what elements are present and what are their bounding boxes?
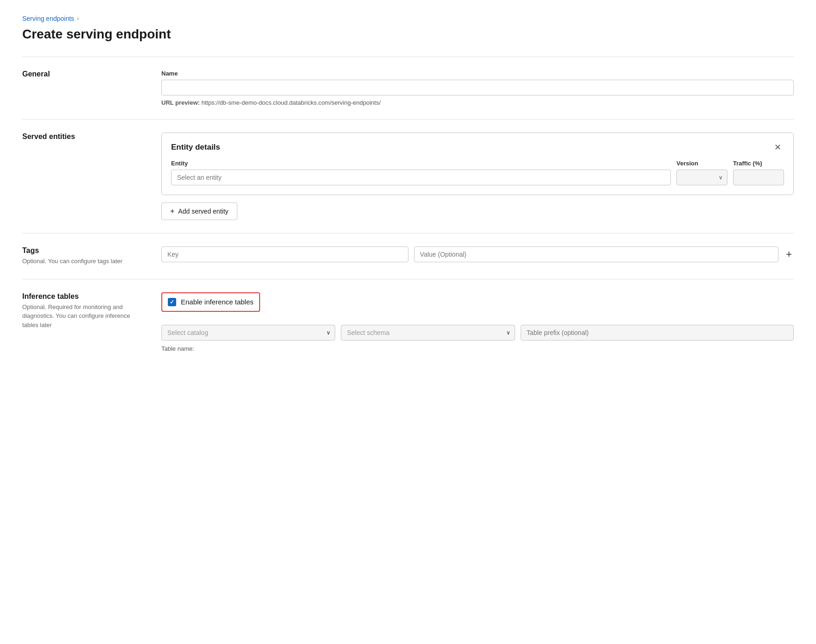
name-label: Name bbox=[161, 70, 794, 77]
tag-add-button[interactable]: + bbox=[784, 249, 794, 259]
url-preview-label: URL preview: bbox=[161, 99, 200, 106]
schema-select-wrapper: Select schema ∨ bbox=[341, 325, 515, 341]
table-name-label: Table name: bbox=[161, 345, 794, 352]
tags-section: Tags Optional. You can configure tags la… bbox=[22, 233, 794, 279]
tag-value-input[interactable] bbox=[414, 246, 778, 262]
entity-field-traffic: Traffic (%) 100 bbox=[733, 160, 784, 185]
entity-select-input[interactable] bbox=[171, 170, 671, 185]
served-entities-label: Served entities bbox=[22, 133, 143, 220]
inference-tables-section: Inference tables Optional. Required for … bbox=[22, 279, 794, 365]
name-input[interactable] bbox=[161, 80, 794, 95]
add-entity-icon: + bbox=[170, 207, 174, 215]
enable-inference-label: Enable inference tables bbox=[181, 298, 254, 306]
tag-key-input[interactable] bbox=[161, 246, 408, 262]
close-entity-button[interactable]: ✕ bbox=[771, 142, 784, 152]
general-section: General Name URL preview: https://db-sme… bbox=[22, 57, 794, 119]
add-entity-button[interactable]: + Add served entity bbox=[161, 202, 237, 220]
inference-tables-content: Enable inference tables Select catalog ∨… bbox=[161, 292, 794, 352]
traffic-input[interactable]: 100 bbox=[733, 170, 784, 185]
inference-dropdowns: Select catalog ∨ Select schema ∨ bbox=[161, 325, 794, 341]
breadcrumb-separator: › bbox=[77, 15, 79, 22]
tags-content: + bbox=[161, 246, 794, 266]
tags-label: Tags Optional. You can configure tags la… bbox=[22, 246, 143, 266]
general-content: Name URL preview: https://db-sme-demo-do… bbox=[161, 70, 794, 106]
served-entities-section: Served entities Entity details ✕ Entity … bbox=[22, 119, 794, 233]
prefix-input[interactable] bbox=[521, 325, 794, 341]
catalog-select-wrapper: Select catalog ∨ bbox=[161, 325, 335, 341]
entity-details-title: Entity details bbox=[171, 143, 220, 152]
served-entities-title: Served entities bbox=[22, 133, 143, 141]
entity-details-card: Entity details ✕ Entity Version bbox=[161, 133, 794, 195]
entity-fields: Entity Version Traffic (%) 100 bbox=[171, 160, 784, 185]
inference-tables-label: Inference tables Optional. Required for … bbox=[22, 292, 143, 352]
schema-select[interactable]: Select schema bbox=[341, 325, 515, 341]
tags-title: Tags bbox=[22, 246, 143, 255]
tags-sub: Optional. You can configure tags later bbox=[22, 257, 143, 266]
inference-tables-title: Inference tables bbox=[22, 292, 143, 301]
enable-inference-row[interactable]: Enable inference tables bbox=[161, 292, 260, 312]
version-label: Version bbox=[676, 160, 727, 167]
page-title: Create serving endpoint bbox=[22, 27, 794, 42]
url-preview: URL preview: https://db-sme-demo-docs.cl… bbox=[161, 99, 794, 106]
general-title: General bbox=[22, 70, 143, 78]
served-entities-content: Entity details ✕ Entity Version bbox=[161, 133, 794, 220]
breadcrumb: Serving endpoints › bbox=[22, 15, 794, 22]
version-select-wrapper bbox=[676, 170, 727, 185]
breadcrumb-link[interactable]: Serving endpoints bbox=[22, 15, 74, 22]
general-label: General bbox=[22, 70, 143, 106]
url-preview-value: https://db-sme-demo-docs.cloud.databrick… bbox=[201, 99, 381, 106]
entity-field-version: Version bbox=[676, 160, 727, 185]
tags-row: + bbox=[161, 246, 794, 262]
entity-field-main: Entity bbox=[171, 160, 671, 185]
entity-label: Entity bbox=[171, 160, 671, 167]
enable-inference-checkbox[interactable] bbox=[168, 298, 176, 306]
version-select[interactable] bbox=[676, 170, 727, 185]
inference-tables-sub: Optional. Required for monitoring and di… bbox=[22, 303, 143, 330]
entity-details-header: Entity details ✕ bbox=[171, 142, 784, 152]
add-entity-label: Add served entity bbox=[178, 208, 228, 215]
catalog-select[interactable]: Select catalog bbox=[161, 325, 335, 341]
traffic-label: Traffic (%) bbox=[733, 160, 784, 167]
